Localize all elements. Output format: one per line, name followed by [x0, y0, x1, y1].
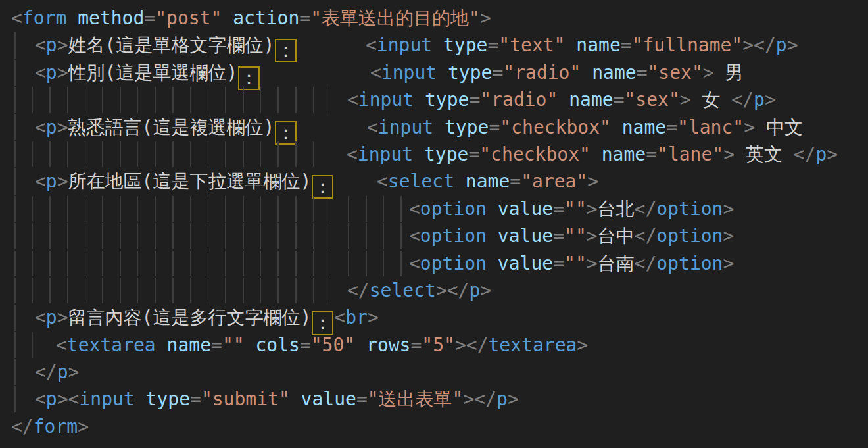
code-token: option — [420, 225, 487, 247]
code-token: "lane" — [657, 143, 723, 165]
code-token: option — [420, 253, 487, 274]
code-token: < — [367, 116, 378, 138]
code-token: > — [57, 34, 68, 56]
code-token: p — [46, 170, 57, 192]
code-segment: <p><input type="submit" value="送出表單"></p… — [35, 386, 519, 412]
code-line: <p>性別(這是單選欄位)：<input type="radio" name="… — [0, 59, 868, 86]
code-token: textarea — [489, 334, 577, 356]
code-token: > — [57, 116, 68, 138]
code-token: < — [56, 334, 67, 356]
code-segment: <input type="text" name="fullname"></p> — [366, 32, 798, 59]
code-token: < — [409, 198, 420, 220]
code-token: > — [480, 7, 491, 29]
code-token: p — [46, 116, 57, 138]
code-token: option — [656, 253, 723, 274]
indent-guide — [14, 386, 16, 412]
code-token: </ — [474, 388, 496, 410]
code-token: p — [46, 388, 57, 410]
code-token: = — [553, 225, 564, 247]
code-token: option — [656, 225, 723, 247]
indent-guide — [14, 332, 42, 358]
code-segment: <option value="">台南</option> — [409, 250, 734, 277]
code-token: p — [496, 388, 508, 410]
code-token: "sex" — [624, 89, 679, 111]
code-token: "text" — [498, 34, 565, 56]
code-token: < — [409, 225, 420, 247]
code-token: select — [388, 170, 454, 192]
code-token: 所在地區(這是下拉選單欄位) — [68, 170, 312, 192]
code-token: "fullname" — [632, 34, 743, 56]
code-token: "送出表單" — [368, 388, 464, 410]
code-line: <p>所在地區(這是下拉選單欄位)：<select name="area"> — [0, 168, 868, 195]
code-editor-viewport[interactable]: <form method="post" action="表單送出的目的地"><p… — [0, 0, 868, 448]
code-token: "checkbox" — [500, 116, 611, 138]
code-token: p — [46, 307, 57, 328]
code-token: name — [591, 143, 646, 165]
code-token: 女 — [691, 89, 732, 111]
code-token: > — [587, 170, 598, 192]
code-token: > — [463, 388, 474, 410]
code-token: < — [35, 388, 46, 410]
code-token: </ — [347, 280, 370, 301]
code-token: < — [409, 253, 420, 274]
code-token: < — [366, 34, 377, 56]
code-line: </p> — [0, 359, 868, 386]
code-token: = — [614, 89, 625, 111]
code-token: 英文 — [735, 143, 794, 165]
code-token: < — [11, 7, 22, 29]
indent-guide — [14, 60, 16, 86]
code-token: > — [78, 416, 89, 437]
code-token: rows — [355, 334, 410, 356]
code-line: <p>留言內容(這是多行文字欄位)：<br> — [0, 304, 868, 331]
code-token: < — [334, 307, 345, 328]
code-token: input — [378, 116, 433, 138]
indent-guide — [14, 251, 410, 276]
code-token: input — [381, 62, 437, 84]
code-token: type — [433, 116, 489, 138]
code-token: > — [577, 334, 588, 356]
code-token: </ — [754, 34, 776, 56]
code-token: option — [420, 198, 487, 220]
code-token: > — [480, 280, 491, 301]
code-token: > — [587, 225, 598, 247]
code-token: "radio" — [480, 89, 558, 111]
code-editor[interactable]: <form method="post" action="表單送出的目的地"><p… — [0, 5, 868, 440]
code-segment: <select name="area"> — [377, 168, 598, 195]
code-token: </ — [635, 198, 657, 220]
code-token: > — [703, 62, 714, 84]
code-line: <form method="post" action="表單送出的目的地"> — [0, 5, 868, 32]
code-token: type — [135, 388, 190, 410]
code-token: > — [68, 361, 80, 383]
code-line: <input type="checkbox" name="lane"> 英文 <… — [0, 141, 868, 168]
code-line: <option value="">台中</option> — [0, 222, 868, 249]
code-token: "area" — [521, 170, 587, 192]
code-token: > — [587, 198, 598, 220]
code-segment: <form method="post" action="表單送出的目的地"> — [11, 5, 491, 32]
code-token: type — [437, 62, 492, 84]
code-token: < — [35, 62, 46, 84]
indent-guide — [14, 359, 16, 385]
code-token: </ — [447, 280, 470, 301]
code-token: = — [487, 34, 498, 56]
indent-guide — [14, 141, 322, 167]
code-token: action — [222, 7, 299, 29]
code-line: <option value="">台北</option> — [0, 195, 868, 222]
code-token: type — [414, 89, 469, 111]
code-token: "5" — [422, 334, 455, 356]
code-segment: <textarea name="" cols="50" rows="5"></t… — [56, 332, 588, 359]
code-token: < — [68, 388, 80, 410]
code-token: "checkbox" — [479, 143, 591, 165]
code-token: > — [723, 198, 734, 220]
code-token: > — [57, 62, 68, 84]
code-token: = — [553, 253, 564, 274]
code-token: type — [413, 143, 468, 165]
code-line: </select></p> — [0, 277, 868, 304]
code-token: = — [646, 143, 657, 165]
indent-guide — [14, 168, 16, 194]
code-token: name — [565, 34, 620, 56]
code-token: < — [377, 170, 388, 192]
indent-guide — [14, 278, 338, 303]
code-token: input — [358, 143, 413, 165]
code-segment: <input type="checkbox" name="lane"> 英文 <… — [347, 141, 838, 168]
code-token: > — [742, 34, 754, 56]
